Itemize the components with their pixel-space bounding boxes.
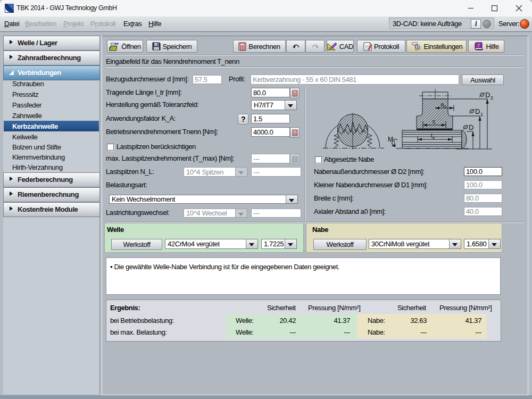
svg-text:c: c <box>433 118 436 124</box>
svg-text:?: ? <box>477 43 480 48</box>
svg-text:M: M <box>388 136 393 143</box>
svg-text:D: D <box>485 91 490 99</box>
svg-text:2: 2 <box>491 95 493 101</box>
svg-text:D: D <box>475 107 480 115</box>
svg-text:1: 1 <box>480 112 483 117</box>
svg-text:D: D <box>469 123 473 131</box>
svg-text:l: l <box>431 132 432 139</box>
